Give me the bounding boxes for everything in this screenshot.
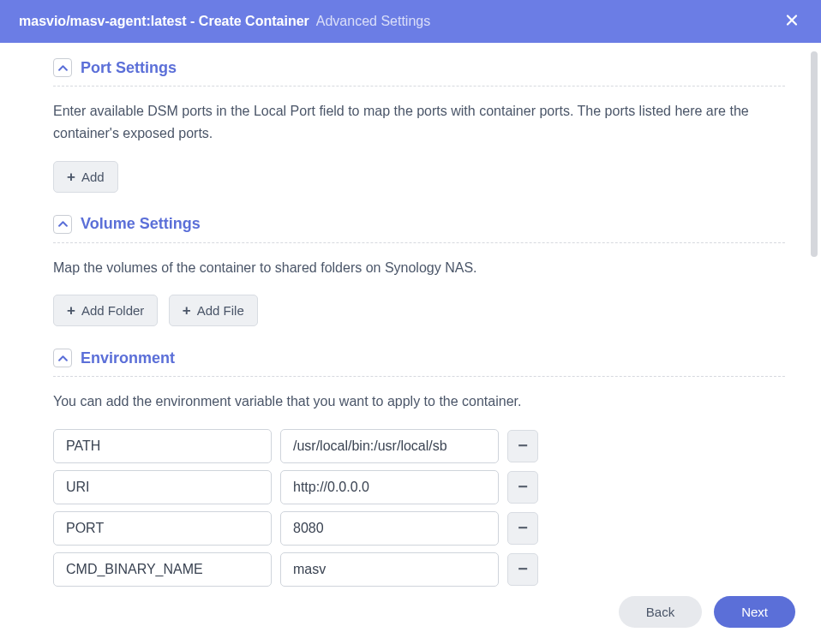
chevron-up-icon [53,215,72,234]
env-var-row: − [53,552,785,587]
env-var-key-input[interactable] [53,470,272,504]
port-settings-description: Enter available DSM ports in the Local P… [53,100,785,146]
remove-env-var-button[interactable]: − [507,471,538,504]
add-folder-label: Add Folder [81,303,144,318]
minus-icon: − [518,518,528,538]
chevron-up-icon [53,58,72,77]
add-port-label: Add [81,170,105,184]
volume-settings-description: Map the volumes of the container to shar… [53,257,785,279]
dialog-title: masvio/masv-agent:latest - Create Contai… [19,14,430,29]
close-button[interactable] [778,9,806,35]
env-var-value-input[interactable] [280,470,499,504]
env-var-key-input[interactable] [53,429,272,463]
volume-settings-header[interactable]: Volume Settings [53,215,785,243]
remove-env-var-button[interactable]: − [507,512,538,545]
minus-icon: − [518,559,528,579]
volume-settings-title: Volume Settings [81,215,201,233]
header-subtitle: Advanced Settings [316,14,430,29]
plus-icon: + [67,303,75,318]
dialog-footer: Back Next [0,591,821,644]
add-file-label: Add File [197,303,244,318]
env-var-key-input[interactable] [53,511,272,546]
env-var-row: − [53,470,785,504]
env-var-row: − [53,429,785,463]
chevron-up-icon [53,349,72,367]
next-button[interactable]: Next [714,596,795,628]
plus-icon: + [183,303,191,318]
environment-header[interactable]: Environment [53,349,785,377]
remove-env-var-button[interactable]: − [507,553,538,586]
environment-description: You can add the environment variable tha… [53,391,785,413]
plus-icon: + [67,170,75,184]
volume-settings-section: Volume Settings Map the volumes of the c… [53,215,785,326]
back-button[interactable]: Back [619,596,702,628]
environment-variable-list: −−−− [53,429,785,587]
add-file-button[interactable]: + Add File [169,295,258,326]
env-var-row: − [53,511,785,546]
scrollbar[interactable] [811,51,818,257]
dialog-content: Port Settings Enter available DSM ports … [0,43,821,591]
minus-icon: − [518,477,528,497]
port-settings-header[interactable]: Port Settings [53,58,785,86]
remove-env-var-button[interactable]: − [507,430,538,462]
header-image-name: masvio/masv-agent:latest - Create Contai… [19,14,309,29]
add-folder-button[interactable]: + Add Folder [53,295,158,326]
close-icon [785,14,799,27]
env-var-value-input[interactable] [280,511,499,546]
env-var-value-input[interactable] [280,552,499,587]
environment-title: Environment [81,349,175,367]
dialog-header: masvio/masv-agent:latest - Create Contai… [0,0,821,43]
minus-icon: − [518,436,528,456]
env-var-value-input[interactable] [280,429,499,463]
port-settings-section: Port Settings Enter available DSM ports … [53,58,785,193]
environment-section: Environment You can add the environment … [53,349,785,586]
add-port-button[interactable]: + Add [53,161,118,193]
env-var-key-input[interactable] [53,552,272,587]
port-settings-title: Port Settings [81,59,177,77]
